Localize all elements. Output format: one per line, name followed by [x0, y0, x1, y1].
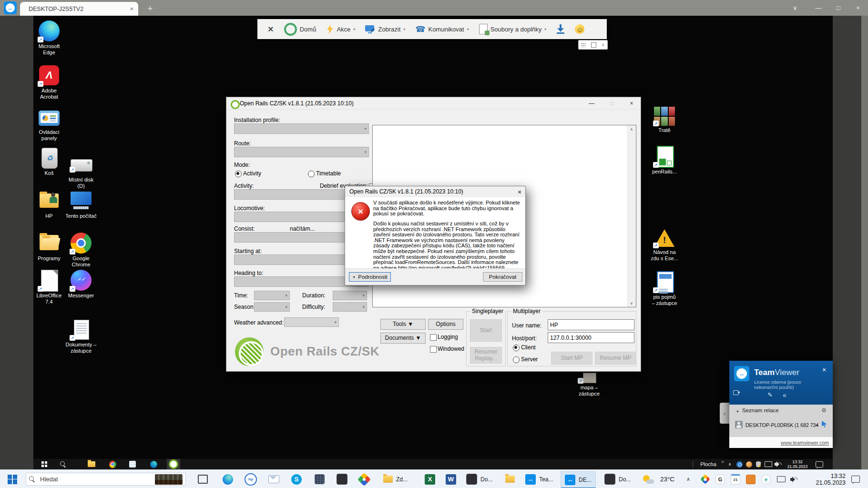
tray-chevron-icon[interactable]: ∧ [725, 459, 734, 469]
tray-calendar-icon[interactable]: 21 [729, 470, 742, 488]
tray-volume-icon[interactable] [774, 459, 782, 469]
search-box[interactable] [26, 473, 186, 486]
tray-shield-icon[interactable] [754, 459, 763, 469]
skype-taskbar-button[interactable]: S [288, 470, 305, 488]
session-tab[interactable]: DESKTOP-J2S5TV2 × [20, 2, 138, 16]
tray-eset-icon[interactable]: e [760, 470, 772, 488]
pinwheel-taskbar-button[interactable] [356, 470, 372, 488]
collapse-toolbar-icon[interactable]: ∧ [602, 42, 605, 47]
expand-triangle-icon[interactable]: ▼ [736, 410, 739, 413]
window-minimize-button[interactable]: — [808, 0, 828, 16]
search-highlight-image[interactable] [155, 474, 183, 485]
scroll-up-icon[interactable]: ∧ [628, 125, 635, 133]
start-button[interactable]: Start [470, 319, 502, 342]
installation-profile-select[interactable]: ▾ [234, 123, 369, 134]
tray-orange-icon[interactable] [745, 470, 757, 488]
remote-edge-button[interactable] [147, 459, 160, 469]
task-view-button[interactable] [194, 470, 211, 488]
client-radio[interactable] [513, 345, 520, 351]
teamviewer-session-button[interactable]: ↔ DE... [561, 471, 596, 488]
dark-app-taskbar-button[interactable] [334, 470, 350, 488]
panel-expand-tab[interactable]: › [720, 403, 729, 424]
tray-chevron-icon[interactable]: ∧ [683, 470, 694, 488]
scrollbar[interactable]: ∧ ∨ [627, 125, 636, 307]
view-menu[interactable]: Zobrazit ▾ [363, 22, 408, 36]
desktop-icon[interactable]: !↗ Návod na zdu s Ese... [643, 228, 686, 262]
documents-button[interactable]: Documents ▼ [380, 333, 426, 344]
remote-openrails-button[interactable] [167, 459, 180, 469]
desktop-icon[interactable]: ↗ Dokumenty – zástupce [59, 318, 103, 354]
window-close-button[interactable]: × [848, 0, 868, 16]
hp-taskbar-button[interactable]: hp [243, 470, 259, 488]
close-session-icon[interactable]: × [265, 24, 276, 35]
openrails-titlebar[interactable]: Open Rails CZ/SK v1.8.1 (21.05.2023 10:1… [226, 97, 641, 110]
tray-pinwheel-icon[interactable] [699, 470, 711, 488]
word-taskbar-button[interactable]: W [442, 470, 460, 488]
server-radio[interactable] [513, 356, 520, 363]
remote-chrome-button[interactable] [106, 459, 119, 469]
dialog-close-button[interactable]: × [513, 186, 526, 197]
collapse-icon[interactable]: « [783, 391, 786, 399]
logging-checkbox[interactable] [430, 334, 437, 341]
excel-taskbar-button[interactable]: X [421, 470, 439, 488]
desktop-icon[interactable]: ↗ Tratě [643, 106, 686, 133]
desktop-icon[interactable]: ↗ Messenger [59, 269, 103, 299]
download-button[interactable] [554, 22, 567, 36]
tray-volume-icon[interactable] [787, 470, 800, 488]
exception-dialog-titlebar[interactable]: Open Rails CZ/SK v1.8.1 (21.05.2023 10:1… [345, 186, 525, 197]
explorer-window-button[interactable]: Zd... [379, 471, 411, 487]
window-menu-button[interactable]: ∨ [785, 0, 805, 16]
remote-clock[interactable]: 13:32 21.05.2023 [785, 459, 810, 469]
remote-notifications-button[interactable] [814, 459, 825, 469]
desktop-icon[interactable]: ↗ pis pojmů – zástupce [643, 271, 686, 306]
new-tab-button[interactable]: + [143, 2, 157, 15]
desktop-icon[interactable]: ↗ Microsoft Edge [27, 20, 71, 56]
panel-close-button[interactable]: × [822, 366, 826, 374]
scroll-down-icon[interactable]: ∨ [628, 299, 635, 307]
weather-temperature[interactable]: 23°C [657, 470, 678, 488]
session-dropdown-icon[interactable]: ▼ [815, 424, 818, 427]
tray-key-icon[interactable] [735, 459, 744, 469]
host-notifications-button[interactable] [848, 470, 863, 488]
options-button[interactable]: Options [428, 319, 463, 330]
desktop-icon[interactable]: Ovládaci panely [27, 109, 71, 142]
remote-start-button[interactable] [37, 459, 51, 469]
app-window-button[interactable]: Do... [601, 471, 634, 487]
session-entry[interactable]: DESKTOP-PL0DR5K (1 682 734 [745, 422, 818, 428]
remote-app-button[interactable] [126, 459, 139, 469]
teamviewer-link[interactable]: www.teamviewer.com [781, 440, 829, 446]
window-maximize-button[interactable]: □ [828, 0, 848, 16]
home-button[interactable]: Domů [282, 22, 319, 36]
desktop-icon[interactable]: Tento počítač [59, 190, 103, 219]
brush-icon[interactable]: ✎ [767, 391, 773, 398]
timetable-radio-label[interactable]: Timetable [316, 170, 341, 177]
weather-widget[interactable] [642, 470, 655, 488]
continue-button[interactable]: Pokračovat [483, 272, 522, 282]
feedback-button[interactable]: ☺ [572, 22, 587, 36]
host-clock[interactable]: 13:32 21.05.2023 [805, 470, 846, 488]
close-button[interactable]: × [622, 97, 642, 110]
client-radio-label[interactable]: Client [521, 344, 536, 351]
desktop-icon[interactable]: ↗ Místní disk (D) [59, 153, 103, 189]
activity-radio-label[interactable]: Activity [243, 170, 261, 177]
calculator-taskbar-button[interactable] [311, 470, 327, 488]
details-button[interactable]: ▼ Podrobnosti [349, 272, 391, 282]
tray-orange-icon[interactable] [745, 459, 753, 469]
remote-search-button[interactable] [56, 459, 70, 469]
server-radio-label[interactable]: Server [521, 356, 538, 363]
remote-explorer-button[interactable] [85, 459, 98, 469]
time-select[interactable]: ▾ [254, 291, 290, 300]
search-input[interactable] [39, 475, 151, 483]
user-name-field[interactable]: HP [548, 319, 634, 330]
maximize-button[interactable]: □ [602, 97, 622, 110]
start-mp-button[interactable]: Start MP [551, 352, 592, 365]
files-menu[interactable]: Soubory a doplňky ▾ [477, 22, 549, 36]
resume-mp-button[interactable]: Resume MP [595, 352, 636, 365]
difficulty-select[interactable]: ▾ [333, 302, 367, 312]
mail-taskbar-button[interactable] [266, 470, 282, 488]
teamviewer-window-button[interactable]: ↔ Tea... [521, 471, 557, 487]
host-port-field[interactable]: 127.0.0.1:30000 [548, 332, 634, 343]
resume-replay-button[interactable]: Resume/ Replay... [470, 347, 502, 364]
tray-network-icon[interactable] [764, 459, 773, 469]
season-select[interactable]: ▾ [254, 302, 290, 312]
